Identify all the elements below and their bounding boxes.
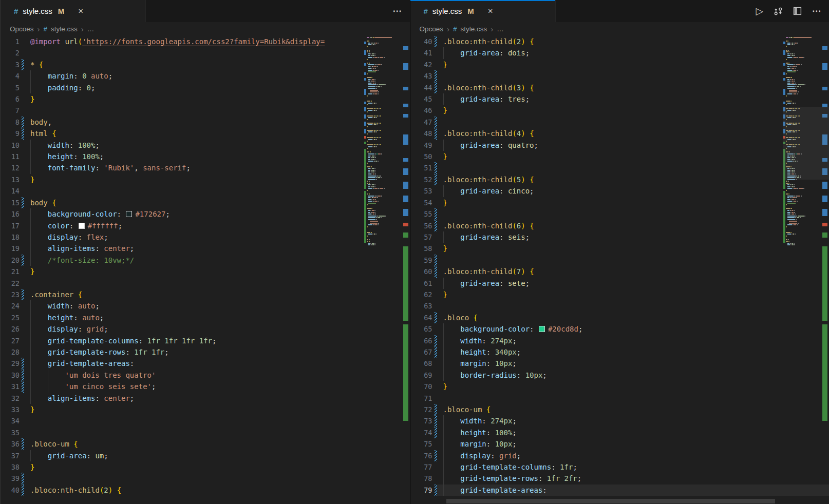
code-line[interactable]: 65background-color: #20cd8d; bbox=[410, 323, 829, 335]
breadcrumb-file[interactable]: style.css bbox=[461, 25, 487, 33]
line-number[interactable]: 69 bbox=[410, 370, 432, 381]
line-number[interactable]: 44 bbox=[410, 82, 432, 93]
line-number[interactable]: 39 bbox=[1, 473, 20, 484]
line-number[interactable]: 40 bbox=[1, 484, 20, 496]
code-line[interactable]: 19align-items: center; bbox=[1, 243, 410, 254]
line-number[interactable]: 37 bbox=[1, 450, 20, 461]
line-number[interactable]: 56 bbox=[410, 220, 432, 231]
code-line[interactable]: 74height: 100%; bbox=[410, 427, 829, 438]
code-line[interactable]: 18display: flex; bbox=[1, 231, 410, 243]
code-line[interactable]: 12font-family: 'Rubik', sans-serif; bbox=[1, 162, 410, 173]
code-line[interactable]: 73width: 274px; bbox=[410, 415, 829, 427]
code-line[interactable]: 9html { bbox=[1, 128, 410, 139]
code-line[interactable]: 66width: 274px; bbox=[410, 335, 829, 346]
code-line[interactable]: 3* { bbox=[1, 59, 410, 70]
code-line[interactable]: 15body { bbox=[1, 197, 410, 208]
line-number[interactable]: 66 bbox=[410, 335, 432, 346]
minimap-code[interactable] bbox=[786, 36, 821, 504]
code-line[interactable]: 31'um cinco seis sete'; bbox=[1, 381, 410, 392]
line-number[interactable]: 29 bbox=[1, 358, 20, 369]
code-line[interactable]: 23.container { bbox=[1, 289, 410, 300]
code-line[interactable]: 32align-items: center; bbox=[1, 393, 410, 404]
line-number[interactable]: 28 bbox=[1, 346, 20, 358]
code-line[interactable]: 1@import url('https://fonts.googleapis.c… bbox=[1, 36, 410, 47]
line-number[interactable]: 72 bbox=[410, 404, 432, 415]
line-number[interactable]: 16 bbox=[1, 208, 20, 220]
line-number[interactable]: 24 bbox=[1, 300, 20, 312]
line-number[interactable]: 60 bbox=[410, 266, 432, 277]
line-number[interactable]: 53 bbox=[410, 185, 432, 197]
breadcrumb-folder[interactable]: Opcoes bbox=[10, 25, 34, 33]
code-line[interactable]: 43 bbox=[410, 70, 829, 82]
code-line[interactable]: 63 bbox=[410, 300, 829, 312]
color-swatch[interactable] bbox=[126, 211, 132, 217]
line-number[interactable]: 74 bbox=[410, 427, 432, 438]
code-line[interactable]: 50} bbox=[410, 151, 829, 162]
breadcrumb-symbol[interactable]: … bbox=[497, 25, 504, 33]
code-line[interactable]: 34 bbox=[1, 415, 410, 427]
code-line[interactable]: 70} bbox=[410, 381, 829, 392]
code-line[interactable]: 16background-color: #172627; bbox=[1, 208, 410, 220]
code-line[interactable]: 6} bbox=[1, 93, 410, 105]
line-number[interactable]: 21 bbox=[1, 266, 20, 277]
code-line[interactable]: 61grid-area: sete; bbox=[410, 278, 829, 289]
color-swatch[interactable] bbox=[79, 223, 85, 229]
line-number[interactable]: 38 bbox=[1, 461, 20, 473]
line-number[interactable]: 43 bbox=[410, 70, 432, 82]
tab-style.css[interactable]: # style.css M × bbox=[410, 0, 556, 22]
line-number[interactable]: 77 bbox=[410, 461, 432, 473]
code-line[interactable]: 62} bbox=[410, 289, 829, 300]
line-number[interactable]: 26 bbox=[1, 323, 20, 335]
line-number[interactable]: 40 bbox=[410, 36, 432, 47]
line-number[interactable]: 48 bbox=[410, 128, 432, 139]
line-number[interactable]: 30 bbox=[1, 370, 20, 381]
code-line[interactable]: 26display: grid; bbox=[1, 323, 410, 335]
code-line[interactable]: 20/*font-size: 10vw;*/ bbox=[1, 255, 410, 266]
breadcrumb-file[interactable]: style.css bbox=[51, 25, 78, 33]
code-line[interactable]: 57grid-area: seis; bbox=[410, 231, 829, 243]
breadcrumb-symbol[interactable]: … bbox=[87, 25, 95, 33]
line-number[interactable]: 67 bbox=[410, 346, 432, 358]
code-line[interactable]: 79grid-template-areas: bbox=[410, 484, 829, 496]
open-changes-icon[interactable] bbox=[774, 7, 783, 16]
code-line[interactable]: 39 bbox=[1, 473, 410, 484]
line-number[interactable]: 23 bbox=[1, 289, 20, 300]
code-editor[interactable]: 40.bloco:nth-child(2) {41grid-area: dois… bbox=[410, 36, 829, 504]
code-line[interactable]: 46} bbox=[410, 105, 829, 116]
code-line[interactable]: 17color: #ffffff; bbox=[1, 220, 410, 231]
code-line[interactable]: 4margin: 0 auto; bbox=[1, 70, 410, 82]
code-line[interactable]: 45grid-area: tres; bbox=[410, 93, 829, 105]
code-line[interactable]: 59 bbox=[410, 255, 829, 266]
code-line[interactable]: 40.bloco:nth-child(2) { bbox=[410, 36, 829, 47]
split-editor-icon[interactable] bbox=[793, 7, 802, 15]
code-line[interactable]: 56.bloco:nth-child(6) { bbox=[410, 220, 829, 231]
line-number[interactable]: 63 bbox=[410, 300, 432, 312]
code-line[interactable]: 35 bbox=[1, 427, 410, 438]
line-number[interactable]: 73 bbox=[410, 415, 432, 427]
overview-ruler[interactable] bbox=[402, 36, 410, 504]
code-line[interactable]: 71 bbox=[410, 393, 829, 404]
code-line[interactable]: 21} bbox=[1, 266, 410, 277]
code-line[interactable]: 64.bloco { bbox=[410, 312, 829, 323]
line-number[interactable]: 46 bbox=[410, 105, 432, 116]
line-number[interactable]: 76 bbox=[410, 450, 432, 461]
code-line[interactable]: 2 bbox=[1, 47, 410, 59]
code-line[interactable]: 27grid-template-columns: 1fr 1fr 1fr 1fr… bbox=[1, 335, 410, 346]
line-number[interactable]: 32 bbox=[1, 393, 20, 404]
line-number[interactable]: 64 bbox=[410, 312, 432, 323]
line-number[interactable]: 12 bbox=[1, 162, 20, 173]
code-line[interactable]: 41grid-area: dois; bbox=[410, 47, 829, 59]
line-number[interactable]: 68 bbox=[410, 358, 432, 369]
line-number[interactable]: 57 bbox=[410, 231, 432, 243]
code-line[interactable]: 40.bloco:nth-child(2) { bbox=[1, 484, 410, 496]
color-swatch[interactable] bbox=[539, 326, 545, 332]
code-line[interactable]: 55 bbox=[410, 208, 829, 220]
line-number[interactable]: 52 bbox=[410, 174, 432, 185]
line-number[interactable]: 79 bbox=[410, 484, 432, 496]
line-number[interactable]: 31 bbox=[1, 381, 20, 392]
line-number[interactable]: 13 bbox=[1, 174, 20, 185]
code-line[interactable]: 48.bloco:nth-child(4) { bbox=[410, 128, 829, 139]
line-number[interactable]: 54 bbox=[410, 197, 432, 208]
code-line[interactable]: 22 bbox=[1, 278, 410, 289]
code-line[interactable]: 30'um dois tres quatro' bbox=[1, 370, 410, 381]
